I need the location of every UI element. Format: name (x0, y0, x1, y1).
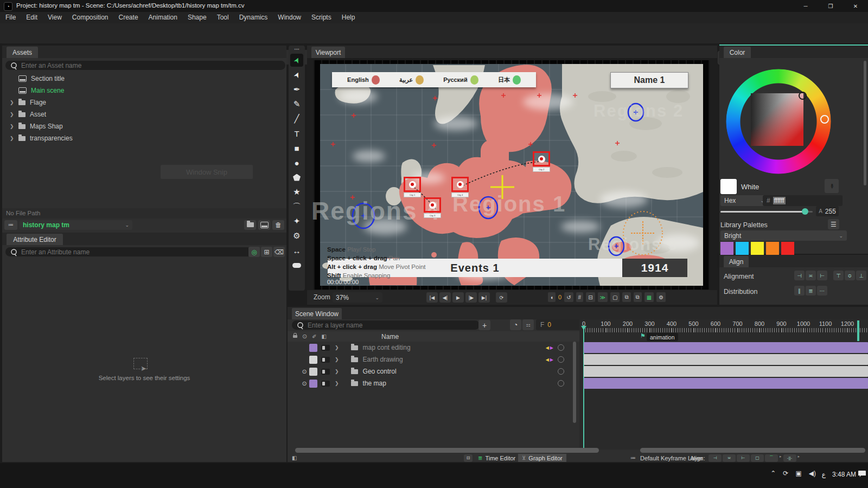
year-box[interactable]: 1914 (622, 259, 687, 277)
checker-icon[interactable]: ▦ (644, 292, 654, 302)
zoom-select[interactable]: 37%⌄ (333, 292, 382, 303)
ruler-tick-strip[interactable] (583, 328, 868, 332)
asset-search-input[interactable]: Enter an Asset name (5, 61, 285, 70)
out-anim-badge-icon[interactable]: ▶ (550, 357, 553, 362)
in-anim-badge-icon[interactable]: ◀ (546, 345, 549, 350)
tray-update-icon[interactable]: ⟳ (783, 470, 788, 477)
range-end-marker[interactable] (857, 320, 859, 341)
expand-icon[interactable]: ❯ (10, 112, 14, 117)
palette-swatch[interactable] (751, 242, 764, 255)
city-marker-4[interactable]: City 4 (451, 177, 469, 197)
layer-color-swatch[interactable] (309, 368, 317, 376)
add-attribute-button[interactable]: ⊞ (261, 247, 272, 257)
tab-viewport[interactable]: Viewport (311, 47, 345, 58)
menu-scripts[interactable]: Scripts (311, 14, 331, 21)
align-bottom-button[interactable]: ⊥ (856, 271, 866, 280)
new-comp-button[interactable] (258, 220, 270, 230)
asset-item-section-title[interactable]: Section title (2, 73, 286, 85)
menu-edit[interactable]: Edit (26, 14, 37, 21)
hue-selector[interactable] (820, 115, 829, 124)
expand-icon[interactable]: ❯ (10, 100, 14, 105)
tab-assets[interactable]: Assets (7, 47, 38, 58)
menu-tool[interactable]: Tool (217, 14, 229, 21)
menu-help[interactable]: Help (342, 14, 355, 21)
tray-network-icon[interactable]: ▣ (795, 470, 801, 477)
line-tool[interactable]: ╱ (290, 112, 303, 125)
layer-expand-icon[interactable]: ❯ (335, 381, 339, 386)
lock-column-icon[interactable] (293, 335, 297, 338)
timeline-track-bar[interactable] (584, 354, 868, 365)
asset-item-flage[interactable]: ❯Flage (2, 97, 286, 108)
in-anim-badge-icon[interactable]: ◀ (546, 357, 549, 362)
menu-view[interactable]: View (48, 14, 62, 21)
language-button[interactable]: 日本 (498, 75, 521, 85)
language-button[interactable]: عربية (399, 75, 424, 85)
snap-magnet-button[interactable]: ⌒ (765, 454, 778, 462)
layer-toggle[interactable] (321, 345, 330, 351)
skip-end-button[interactable]: ▶| (478, 292, 490, 303)
out-anim-badge-icon[interactable]: ▶ (550, 345, 553, 350)
layer-row-Geo-control[interactable]: ⊙❯Geo control (288, 365, 579, 377)
onion-skin-button[interactable]: ◔ (510, 319, 521, 330)
asset-item-main-scene[interactable]: Main scene (2, 85, 286, 97)
grid-snap-icon[interactable]: # (576, 292, 584, 302)
close-button[interactable]: ✕ (843, 0, 868, 12)
minimize-button[interactable]: ─ (793, 0, 818, 12)
layer-row-map-cont-editing[interactable]: ❯map cont editing◀▶ (288, 342, 579, 354)
tray-volume-icon[interactable]: ◀) (809, 470, 816, 477)
asset-panel-icon[interactable]: ≔ (4, 220, 17, 230)
arc-tool[interactable]: ⌒ (290, 200, 303, 213)
clear-search-button[interactable]: ⌫ (273, 247, 285, 257)
align-top-button[interactable]: ⊤ (833, 271, 844, 280)
taskbar-language[interactable]: ع (822, 471, 826, 478)
polygon-tool[interactable] (290, 171, 303, 184)
menu-dynamics[interactable]: Dynamics (239, 14, 268, 21)
open-folder-button[interactable] (244, 220, 256, 230)
menu-file[interactable]: File (5, 14, 16, 21)
layer-expand-icon[interactable]: ❯ (335, 357, 339, 362)
sparkle-tool[interactable]: ✦ (290, 215, 303, 228)
expand-icon[interactable]: ❯ (10, 136, 14, 141)
skip-start-button[interactable]: |◀ (426, 292, 438, 303)
footer-toggle-icon[interactable]: ◧ (292, 455, 297, 461)
dropdown-arrow-icon[interactable]: ▸ (780, 454, 782, 462)
align-left-button[interactable]: ⊣ (709, 454, 722, 462)
menu-window[interactable]: Window (278, 14, 301, 21)
select-tool[interactable]: ➤ (290, 54, 303, 67)
asset-item-asset[interactable]: ❯Asset (2, 108, 286, 120)
marker-flag-icon[interactable]: ⚑ (640, 332, 646, 339)
language-bar[interactable]: EnglishعربيةРусский日本 (332, 72, 536, 87)
city-marker-2[interactable]: City 2 (533, 151, 550, 172)
loop-button[interactable]: ⟳ (496, 292, 507, 303)
gap-button[interactable]: -||- (783, 454, 796, 462)
add-layer-button[interactable]: + (478, 320, 490, 330)
asset-item-maps-shap[interactable]: ❯Maps Shap (2, 120, 286, 132)
layer-row-Earth-drawing[interactable]: ❯Earth drawing◀▶ (288, 354, 579, 365)
current-color-swatch[interactable] (720, 179, 737, 194)
maximize-button[interactable]: ❐ (818, 0, 843, 12)
step-forward-button[interactable]: |▶ (465, 292, 477, 303)
step-back-button[interactable]: ◀| (439, 292, 451, 303)
menu-composition[interactable]: Composition (72, 14, 108, 21)
city-marker-1[interactable]: City 1 (404, 177, 421, 197)
layer-state-circle[interactable] (558, 356, 564, 363)
timeline-marker[interactable]: animation (647, 333, 678, 341)
taskbar-clock[interactable]: 3:48 AM (832, 471, 856, 478)
render-list-icon[interactable]: ⊟ (586, 292, 595, 302)
fast-preview-icon[interactable]: ≫ (598, 292, 608, 302)
hex-field[interactable]: # ffffff (763, 195, 843, 206)
layer-search-input[interactable]: Enter a layer name (292, 320, 480, 330)
scene-select-dropdown[interactable]: history map tm ⌄ (20, 220, 132, 230)
distribute-h-button[interactable]: ∥ (794, 286, 805, 296)
dropdown-arrow-icon[interactable]: ▸ (798, 454, 800, 462)
menu-animation[interactable]: Animation (149, 14, 177, 21)
solo-column-icon[interactable]: ◧ (322, 333, 327, 339)
layer-toggle[interactable] (321, 357, 330, 363)
graph-editor-button[interactable]: ⊻ Graph Editor (518, 454, 566, 462)
timeline-area[interactable]: 0100200300400500600700800900100011001200… (579, 319, 868, 450)
layer-expand-icon[interactable]: ❯ (335, 369, 339, 374)
menu-shape[interactable]: Shape (188, 14, 207, 21)
name-title-box[interactable]: Name 1 (610, 72, 688, 88)
layer-color-swatch[interactable] (309, 380, 317, 388)
timeline-track-bar[interactable] (584, 378, 868, 389)
